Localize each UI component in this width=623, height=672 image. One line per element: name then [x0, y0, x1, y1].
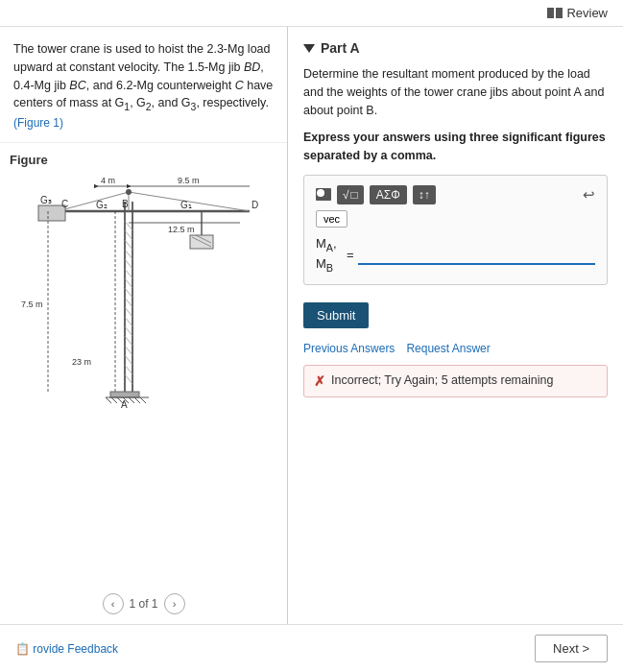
arrows-button[interactable]: ↕↑: [413, 185, 436, 204]
svg-line-4: [125, 240, 132, 250]
feedback-icon: 📋: [15, 642, 30, 656]
svg-text:12.5 m: 12.5 m: [168, 225, 195, 234]
bottom-bar: 📋 rovide Feedback Next >: [0, 624, 623, 672]
svg-line-8: [125, 278, 132, 288]
svg-text:4 m: 4 m: [101, 176, 115, 185]
svg-text:B: B: [122, 199, 129, 209]
svg-line-53: [129, 397, 134, 403]
part-a-header: Part A: [303, 40, 608, 56]
submit-button[interactable]: Submit: [303, 302, 369, 328]
equation-input[interactable]: [358, 245, 595, 265]
next-button[interactable]: Next >: [535, 635, 608, 662]
svg-line-13: [125, 326, 132, 336]
svg-text:D: D: [252, 200, 258, 210]
svg-line-50: [111, 397, 117, 403]
formula-button[interactable]: √ □: [337, 185, 364, 204]
error-box: ✗ Incorrect; Try Again; 5 attempts remai…: [303, 365, 608, 397]
svg-line-16: [125, 355, 132, 365]
nav-prev-button[interactable]: ‹: [102, 593, 123, 614]
main-content: The tower crane is used to hoist the 2.3…: [0, 27, 623, 624]
top-bar: Review: [0, 0, 623, 27]
left-panel: The tower crane is used to hoist the 2.3…: [0, 27, 288, 624]
svg-line-54: [134, 397, 140, 403]
review-label: Review: [566, 6, 608, 20]
svg-line-9: [125, 288, 132, 298]
toolbar: √ □ ΑΣΦ ↕↑ ↩: [316, 185, 595, 204]
svg-line-10: [125, 298, 132, 307]
request-answer-link[interactable]: Request Answer: [406, 342, 490, 355]
svg-rect-47: [110, 392, 139, 397]
svg-text:G₂: G₂: [96, 200, 108, 210]
equals-sign: =: [347, 248, 354, 262]
svg-line-5: [125, 250, 132, 259]
figure-area: Figure: [0, 143, 287, 624]
figure-nav: ‹ 1 of 1 ›: [102, 593, 184, 614]
right-panel: Part A Determine the resultant moment pr…: [288, 27, 623, 624]
problem-text: The tower crane is used to hoist the 2.3…: [0, 27, 287, 143]
svg-point-24: [126, 189, 132, 195]
svg-text:C: C: [61, 199, 68, 209]
equation-label: MA, MB: [316, 235, 343, 276]
figure-link[interactable]: (Figure 1): [13, 116, 63, 130]
vec-button[interactable]: vec: [316, 210, 347, 228]
feedback-label: rovide Feedback: [33, 642, 118, 656]
feedback-link[interactable]: 📋 rovide Feedback: [15, 642, 118, 656]
nav-next-button[interactable]: ›: [164, 593, 185, 614]
sqrt-icon: √: [343, 188, 349, 202]
svg-text:G₃: G₃: [40, 195, 52, 205]
undo-button[interactable]: ↩: [583, 186, 595, 204]
error-icon: ✗: [314, 373, 325, 389]
answers-links: Previous Answers Request Answer: [303, 342, 608, 355]
review-button[interactable]: Review: [547, 6, 608, 20]
answer-box: √ □ ΑΣΦ ↕↑ ↩ vec MA, MB =: [303, 175, 608, 286]
svg-line-11: [125, 307, 132, 317]
svg-text:G₁: G₁: [180, 200, 192, 210]
review-icon: [547, 8, 563, 18]
svg-line-55: [140, 397, 146, 403]
svg-line-3: [125, 230, 132, 240]
nav-page-label: 1 of 1: [129, 597, 157, 611]
svg-line-7: [125, 269, 132, 278]
svg-line-6: [125, 259, 132, 269]
instruction-text: Express your answers using three signifi…: [303, 129, 608, 165]
svg-line-14: [125, 336, 132, 346]
image-icon: [316, 188, 331, 201]
symbol-button[interactable]: ΑΣΦ: [370, 185, 407, 204]
svg-line-49: [106, 397, 111, 403]
question-text: Determine the resultant moment produced …: [303, 65, 608, 119]
figure-label: Figure: [10, 153, 277, 167]
svg-text:7.5 m: 7.5 m: [21, 300, 43, 309]
collapse-icon[interactable]: [303, 44, 315, 53]
svg-text:9.5 m: 9.5 m: [178, 176, 200, 185]
svg-line-17: [125, 365, 132, 374]
svg-line-18: [125, 374, 132, 384]
previous-answers-link[interactable]: Previous Answers: [303, 342, 395, 355]
equation-row: MA, MB =: [316, 235, 595, 276]
svg-text:23 m: 23 m: [72, 357, 91, 367]
error-text: Incorrect; Try Again; 5 attempts remaini…: [331, 373, 553, 387]
svg-line-15: [125, 346, 132, 355]
part-a-label: Part A: [321, 40, 360, 56]
svg-line-2: [125, 221, 132, 230]
svg-line-12: [125, 317, 132, 326]
crane-diagram: G₁ G₂ G₃ B D C A 4 m: [10, 173, 277, 422]
